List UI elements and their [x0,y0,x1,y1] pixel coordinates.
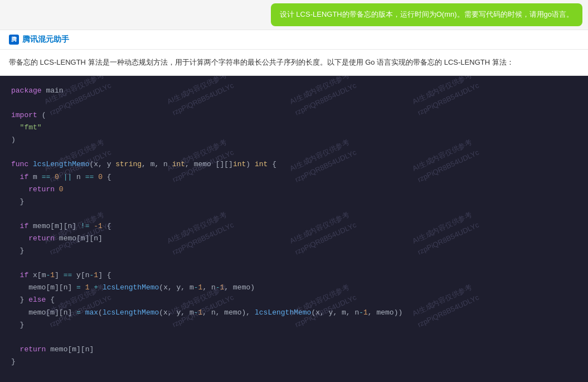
code-line-24 [11,368,577,380]
chat-section: 设计 LCS-LENGTH的带备忘的版本，运行时间为O(mn)。需要写代码的时候… [0,0,588,30]
description-text: 带备忘的 LCS-LENGTH 算法是一种动态规划方法，用于计算两个字符串的最长… [9,58,514,66]
code-block: package main import ( "fmt" ) func lcsLe… [11,85,577,382]
code-line-1: package main [11,85,577,97]
code-line-22: return memo[m][n] [11,344,577,356]
header: 腾 腾讯混元助手 [0,30,588,50]
chat-bubble-text: 设计 LCS-LENGTH的带备忘的版本，运行时间为O(mn)。需要写代码的时候… [280,10,574,18]
brand-logo: 腾 腾讯混元助手 [9,35,69,45]
code-line-13: return memo[m][n] [11,233,577,245]
code-line-4: "fmt" [11,122,577,134]
code-line-2 [11,97,577,109]
code-line-19: memo[m][n] = max(lcsLengthMemo(x, y, m-1… [11,307,577,319]
code-line-10: } [11,196,577,208]
code-line-16: if x[m-1] == y[n-1] { [11,269,577,282]
main-content: 设计 LCS-LENGTH的带备忘的版本，运行时间为O(mn)。需要写代码的时候… [0,0,588,382]
logo-char: 腾 [11,36,17,43]
code-line-11 [11,208,577,220]
code-line-14: } [11,245,577,257]
code-line-3: import ( [11,109,577,122]
code-line-6 [11,146,577,158]
code-line-23: } [11,356,577,368]
code-line-21 [11,331,577,344]
code-line-8: if m == 0 || n == 0 { [11,171,577,183]
code-line-18: } else { [11,294,577,306]
logo-icon: 腾 [9,35,19,45]
header-title: 腾讯混元助手 [22,35,69,45]
code-line-15 [11,257,577,269]
code-line-9: return 0 [11,183,577,196]
code-line-12: if memo[m][n] != -1 { [11,220,577,233]
code-line-5: ) [11,134,577,146]
code-line-7: func lcsLengthMemo(x, y string, m, n int… [11,158,577,171]
code-line-17: memo[m][n] = 1 + lcsLengthMemo(x, y, m-1… [11,282,577,294]
code-area: AI生成内容仅供参考rzpPiQR8B54UDLYc AI生成内容仅供参考rzp… [0,76,588,382]
code-line-20: } [11,319,577,331]
chat-bubble: 设计 LCS-LENGTH的带备忘的版本，运行时间为O(mn)。需要写代码的时候… [271,3,582,26]
description-bar: 带备忘的 LCS-LENGTH 算法是一种动态规划方法，用于计算两个字符串的最长… [0,50,588,76]
